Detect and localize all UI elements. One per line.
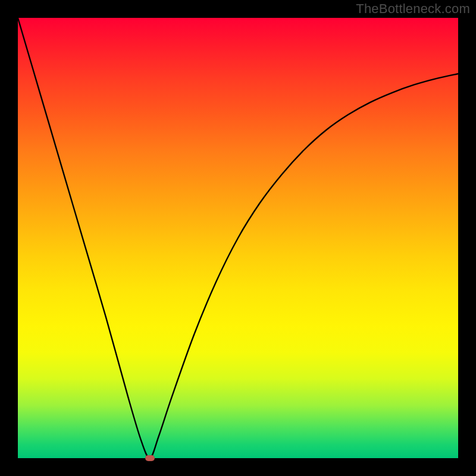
plot-area (18, 18, 458, 458)
watermark-text: TheBottleneck.com (356, 1, 470, 17)
chart-frame: TheBottleneck.com (0, 0, 476, 476)
bottleneck-curve-path (18, 18, 458, 458)
curve-svg (18, 18, 458, 458)
minimum-marker (145, 455, 155, 461)
